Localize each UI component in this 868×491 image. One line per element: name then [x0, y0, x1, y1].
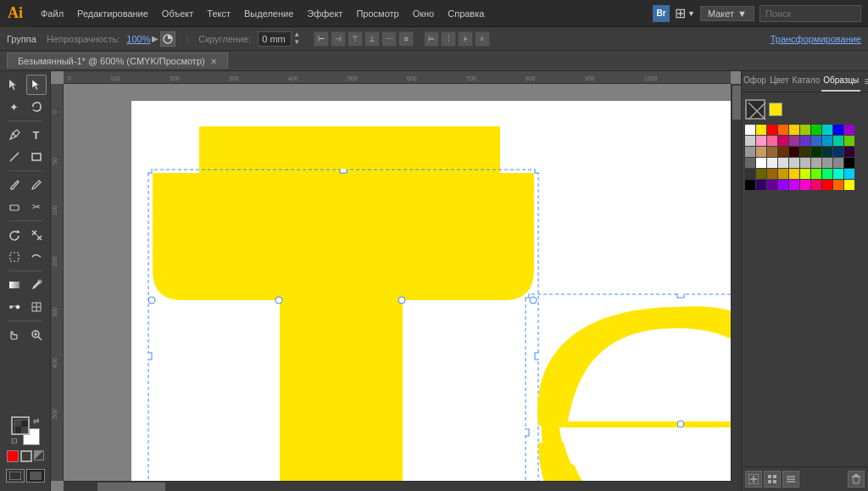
- corner-down[interactable]: ▼: [293, 39, 300, 46]
- menu-view[interactable]: Просмотр: [349, 5, 405, 22]
- color-swatch[interactable]: [844, 125, 854, 135]
- opacity-arrow[interactable]: ▶: [152, 34, 159, 43]
- color-swatch[interactable]: [811, 180, 821, 190]
- color-swatch[interactable]: [800, 169, 810, 179]
- dist-h[interactable]: ⊨: [424, 31, 439, 47]
- swatch-color-indicator[interactable]: [769, 103, 782, 116]
- swatch-fill-box[interactable]: [745, 99, 765, 120]
- color-swatch[interactable]: [844, 158, 854, 168]
- panel-tab-catalog[interactable]: Катало: [791, 71, 822, 92]
- tool-magic-wand[interactable]: ✦: [4, 97, 25, 117]
- menu-text[interactable]: Текст: [200, 5, 237, 22]
- color-swatch[interactable]: [844, 169, 854, 179]
- color-swatch[interactable]: [745, 125, 755, 135]
- tool-rect[interactable]: [26, 147, 47, 167]
- color-swatch[interactable]: [833, 169, 843, 179]
- color-swatch[interactable]: [811, 125, 821, 135]
- document-tab[interactable]: Безымянный-1* @ 600% (CMYK/Просмотр) ✕: [7, 53, 228, 69]
- panel-tab-swatches[interactable]: Образцы: [821, 71, 860, 92]
- foreground-color-box[interactable]: [11, 416, 30, 435]
- tool-lasso[interactable]: [26, 97, 47, 117]
- color-swatch[interactable]: [756, 158, 766, 168]
- tool-hand[interactable]: [4, 325, 25, 345]
- menu-file[interactable]: Файл: [34, 5, 70, 22]
- default-colors[interactable]: ⊡: [11, 437, 18, 445]
- color-swatch[interactable]: [833, 136, 843, 146]
- opacity-value[interactable]: 100%: [126, 34, 150, 44]
- tool-scissors[interactable]: ✂: [26, 197, 47, 217]
- color-swatch[interactable]: [789, 147, 799, 157]
- color-swatch[interactable]: [811, 136, 821, 146]
- color-swatch[interactable]: [844, 180, 854, 190]
- color-swatch[interactable]: [745, 180, 755, 190]
- tool-blend[interactable]: [4, 297, 25, 317]
- swatch-menu-btn[interactable]: [764, 471, 781, 488]
- color-swatch[interactable]: [789, 158, 799, 168]
- color-swatch[interactable]: [778, 158, 788, 168]
- color-swatch[interactable]: [822, 125, 832, 135]
- tool-type[interactable]: T: [26, 125, 47, 145]
- color-swatch[interactable]: [778, 180, 788, 190]
- color-swatch[interactable]: [789, 136, 799, 146]
- color-swatch[interactable]: [767, 136, 777, 146]
- color-swatch[interactable]: [833, 180, 843, 190]
- align-h-center[interactable]: ⊣: [331, 31, 346, 47]
- color-swatch[interactable]: [745, 136, 755, 146]
- color-swatch[interactable]: [789, 180, 799, 190]
- menu-effect[interactable]: Эффект: [300, 5, 349, 22]
- color-swatch[interactable]: [767, 125, 777, 135]
- align-v-top[interactable]: ⊥: [364, 31, 380, 47]
- color-swatch[interactable]: [800, 180, 810, 190]
- fill-indicator[interactable]: [7, 450, 19, 462]
- color-swatch[interactable]: [767, 180, 777, 190]
- color-swatch[interactable]: [822, 169, 832, 179]
- color-swatch[interactable]: [745, 147, 755, 157]
- color-swatch[interactable]: [822, 136, 832, 146]
- color-swatch[interactable]: [844, 147, 854, 157]
- tool-free-transform[interactable]: [4, 247, 25, 267]
- color-swatch[interactable]: [789, 125, 799, 135]
- align-v-center[interactable]: ⋯: [381, 31, 397, 47]
- tool-direct-selection[interactable]: [26, 75, 47, 95]
- tool-mesh[interactable]: [26, 297, 47, 317]
- align-h-right[interactable]: ⊤: [348, 31, 363, 47]
- color-swatch[interactable]: [833, 147, 843, 157]
- color-swatch[interactable]: [833, 158, 843, 168]
- color-swatch[interactable]: [767, 147, 777, 157]
- panel-tab-color[interactable]: Цвет: [768, 71, 790, 92]
- align-v-bottom[interactable]: ≡: [398, 31, 414, 47]
- color-swatch[interactable]: [756, 136, 766, 146]
- color-swatch[interactable]: [822, 147, 832, 157]
- panel-tab-ofset[interactable]: Офор: [742, 71, 768, 92]
- menu-object[interactable]: Объект: [155, 5, 200, 22]
- color-swatch[interactable]: [756, 125, 766, 135]
- color-swatch[interactable]: [778, 147, 788, 157]
- swatch-delete-btn[interactable]: [848, 471, 865, 488]
- transform-label[interactable]: Трансформирование: [771, 34, 861, 44]
- opacity-icon[interactable]: [160, 31, 175, 47]
- menu-help[interactable]: Справка: [441, 5, 491, 22]
- color-swatch[interactable]: [767, 169, 777, 179]
- tool-line[interactable]: [4, 147, 25, 167]
- swatch-list-btn[interactable]: [782, 471, 799, 488]
- color-swatch[interactable]: [745, 158, 755, 168]
- none-indicator[interactable]: [34, 450, 44, 460]
- scrollbar-vertical[interactable]: [731, 84, 741, 481]
- color-swatch[interactable]: [778, 136, 788, 146]
- doc-tab-close[interactable]: ✕: [210, 57, 217, 66]
- bridge-icon[interactable]: Br: [653, 5, 670, 22]
- tool-warp[interactable]: [26, 247, 47, 267]
- search-input[interactable]: [760, 5, 861, 22]
- fullscreen-view[interactable]: [26, 469, 45, 483]
- color-swatch[interactable]: [756, 147, 766, 157]
- tool-pencil[interactable]: [26, 175, 47, 195]
- tool-eyedropper[interactable]: [26, 275, 47, 295]
- stroke-indicator[interactable]: [20, 450, 32, 462]
- color-swatch[interactable]: [800, 158, 810, 168]
- swap-colors[interactable]: ⇄: [33, 416, 40, 425]
- menu-edit[interactable]: Редактирование: [70, 5, 155, 22]
- menu-select[interactable]: Выделение: [237, 5, 300, 22]
- arrange-icon[interactable]: ⊞ ▼: [675, 5, 695, 21]
- corner-input[interactable]: [258, 31, 292, 47]
- color-swatch[interactable]: [800, 147, 810, 157]
